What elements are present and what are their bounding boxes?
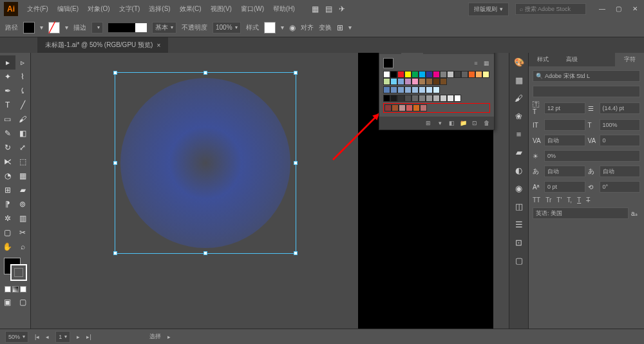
handle-nw[interactable] [113, 71, 117, 75]
swatch-item[interactable] [384, 104, 392, 111]
close-tab-icon[interactable]: × [156, 42, 160, 49]
transform-label[interactable]: 变换 [319, 23, 332, 32]
swatch-item[interactable] [404, 71, 412, 78]
symbol-sprayer-tool[interactable]: ✲ [0, 211, 15, 225]
swatch-item[interactable] [412, 95, 419, 102]
menu-type[interactable]: 文字(T) [115, 2, 144, 16]
swatch-item[interactable] [440, 78, 447, 85]
style-dropdown[interactable]: 基本 [152, 22, 176, 33]
panel-collapse-icon[interactable]: ▸▸ [464, 53, 480, 54]
graphic-style-swatch[interactable] [264, 22, 276, 33]
brush-display[interactable] [108, 23, 147, 32]
tab-advanced[interactable]: 高级 [558, 53, 587, 66]
swatch-item[interactable] [419, 71, 426, 78]
swatch-item[interactable] [392, 104, 399, 111]
lasso-tool[interactable]: ⌇ [15, 70, 31, 84]
tab-character[interactable]: 字符 [615, 53, 644, 66]
minimize-button[interactable]: — [599, 5, 607, 13]
swatch-options-icon[interactable]: ◧ [448, 119, 455, 127]
swatch-item[interactable] [390, 78, 397, 85]
zoom-field[interactable]: 50% [5, 331, 28, 343]
swatch-item[interactable] [397, 78, 404, 85]
swatch-item[interactable] [390, 86, 397, 93]
status-more-icon[interactable]: ▸ [167, 334, 171, 340]
fill-stroke-control[interactable] [4, 258, 27, 281]
swatch-item[interactable] [433, 78, 440, 85]
screen-mode-full[interactable]: ▢ [15, 295, 31, 309]
menu-edit[interactable]: 编辑(E) [53, 2, 82, 16]
swatch-item[interactable] [461, 71, 468, 78]
swatch-item[interactable] [404, 86, 412, 93]
nav-first-icon[interactable]: |◂ [35, 334, 39, 340]
handle-n[interactable] [204, 71, 207, 75]
artboards-panel-icon[interactable]: ▢ [513, 254, 526, 267]
swatch-item[interactable] [383, 95, 390, 102]
swatch-item[interactable] [426, 78, 433, 85]
bridge-icon[interactable]: ▦ [312, 5, 319, 14]
swatch-item[interactable] [412, 78, 419, 85]
arrange-icon[interactable]: ✈ [339, 5, 345, 14]
shape-builder-tool[interactable]: ◔ [0, 169, 15, 183]
document-tab[interactable]: 未标题-1.ai* @ 50% (RGB/GPU 预览) × [37, 37, 168, 53]
transparency-panel-icon[interactable]: ◐ [513, 164, 526, 177]
font-family-field[interactable]: 🔍Adobe 宋体 Std L [533, 70, 640, 82]
artboard-tool[interactable]: ▢ [0, 225, 15, 240]
color-mode-gradient[interactable] [12, 286, 19, 292]
list-view-icon[interactable]: ≡ [472, 59, 480, 67]
menu-window[interactable]: 窗口(W) [237, 2, 268, 16]
swatch-item[interactable] [397, 95, 404, 102]
menu-file[interactable]: 文件(F) [23, 2, 52, 16]
all-caps-button[interactable]: TT [533, 196, 540, 204]
auto2-field[interactable]: 自动 [600, 166, 641, 177]
swatch-item[interactable] [440, 95, 447, 102]
color-mode-none[interactable] [20, 286, 26, 292]
new-group-icon[interactable]: 📁 [459, 119, 467, 127]
grid-view-icon[interactable]: ▦ [482, 59, 490, 67]
scale-tool[interactable]: ⤢ [15, 140, 31, 155]
magic-wand-tool[interactable]: ✦ [0, 70, 15, 84]
swatch-item[interactable] [419, 95, 426, 102]
swatch-item[interactable] [419, 86, 426, 93]
handle-sw[interactable] [113, 251, 117, 255]
swatch-item[interactable] [447, 95, 454, 102]
color-panel-icon[interactable]: 🎨 [513, 55, 526, 68]
color-mode-normal[interactable] [5, 286, 11, 292]
align-label[interactable]: 对齐 [301, 23, 314, 32]
stroke-box[interactable] [10, 264, 27, 281]
stroke-dropdown-icon[interactable]: ▾ [65, 24, 68, 31]
menu-view[interactable]: 视图(V) [207, 2, 236, 16]
stock-icon[interactable]: ▤ [325, 5, 332, 14]
kerning-field[interactable]: 自动 [544, 135, 585, 146]
handle-w[interactable] [113, 161, 117, 165]
stroke-swatch[interactable]: ╱ [48, 22, 60, 33]
stroke-panel-icon[interactable]: ≡ [513, 128, 526, 140]
baseline-shift-field[interactable]: 0 pt [544, 181, 585, 193]
swatch-item[interactable] [397, 71, 404, 78]
swatch-kind-icon[interactable]: ▾ [436, 119, 444, 127]
hand-tool[interactable]: ✋ [0, 240, 15, 254]
swatch-item[interactable] [412, 86, 419, 93]
paintbrush-tool[interactable]: 🖌 [15, 112, 31, 126]
swatch-item[interactable] [397, 86, 404, 93]
stroke-weight-field[interactable] [91, 22, 103, 33]
swatch-item[interactable] [406, 104, 413, 111]
swatch-item[interactable] [475, 71, 482, 78]
font-size-field[interactable]: 12 pt [544, 102, 585, 114]
menu-select[interactable]: 选择(S) [145, 2, 174, 16]
width-tool[interactable]: ⧔ [0, 155, 15, 169]
tab-blank[interactable] [587, 53, 616, 66]
tab-style[interactable]: 样式 [529, 53, 558, 66]
style-dropdown2-icon[interactable]: ▾ [281, 24, 284, 31]
auto1-field[interactable]: 自动 [544, 166, 585, 177]
maximize-button[interactable]: ▢ [616, 5, 623, 13]
brushes-panel-icon[interactable]: 🖌 [513, 91, 526, 104]
menu-object[interactable]: 对象(O) [84, 2, 113, 16]
asset-panel-icon[interactable]: ⊡ [513, 236, 526, 249]
nav-last-icon[interactable]: ▸| [86, 334, 91, 340]
opacity-field[interactable]: 100% [213, 22, 241, 33]
nav-next-icon[interactable]: ▸ [77, 334, 80, 340]
free-transform-tool[interactable]: ⬚ [15, 155, 31, 169]
rectangle-tool[interactable]: ▭ [0, 112, 15, 126]
line-tool[interactable]: ╱ [15, 98, 31, 112]
handle-se[interactable] [294, 251, 298, 255]
